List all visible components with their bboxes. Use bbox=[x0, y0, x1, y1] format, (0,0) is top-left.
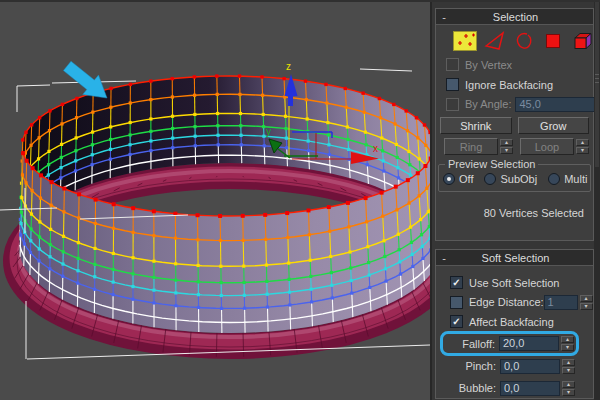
preview-selection-title: Preview Selection bbox=[445, 158, 538, 170]
spinner-down-button[interactable] bbox=[500, 147, 513, 154]
subobject-level-row bbox=[453, 30, 593, 51]
radio-icon bbox=[443, 173, 455, 185]
rollout-selection-title: Selection bbox=[450, 11, 581, 23]
spinner-down-button[interactable] bbox=[562, 389, 575, 396]
ring-mesh[interactable] bbox=[19, 74, 430, 333]
use-soft-selection-row: Use Soft Selection bbox=[450, 276, 593, 289]
by-vertex-checkbox[interactable] bbox=[446, 58, 459, 71]
subobject-border-button[interactable] bbox=[513, 31, 535, 51]
subobject-polygon-button[interactable] bbox=[542, 31, 564, 51]
viewport-3d[interactable]: zyx bbox=[0, 0, 430, 400]
falloff-label: Falloff: bbox=[445, 338, 499, 350]
ignore-backfacing-row: Ignore Backfacing bbox=[446, 78, 593, 91]
window-top-border bbox=[0, 0, 600, 2]
border-icon bbox=[514, 31, 534, 51]
spinner-up-button[interactable] bbox=[562, 381, 575, 388]
edge-distance-spinner bbox=[580, 295, 593, 310]
falloff-spinner bbox=[561, 336, 574, 351]
edge-distance-field[interactable]: 1 bbox=[544, 295, 578, 310]
loop-button[interactable]: Loop bbox=[520, 138, 574, 155]
preview-multi-radio[interactable]: Multi bbox=[548, 173, 587, 185]
3ds-max-window: zyx - Selection bbox=[0, 0, 600, 400]
spinner-down-button[interactable] bbox=[562, 367, 575, 374]
rollout-soft-selection: - Soft Selection Use Soft Selection Edge… bbox=[435, 249, 594, 399]
shrink-grow-row: Shrink Grow bbox=[440, 117, 589, 134]
rollout-selection: - Selection bbox=[435, 8, 594, 241]
spinner-up-button[interactable] bbox=[576, 139, 589, 146]
affect-backfacing-checkbox[interactable] bbox=[450, 315, 463, 328]
use-soft-selection-checkbox[interactable] bbox=[450, 276, 463, 289]
subobject-edge-button[interactable] bbox=[484, 31, 506, 51]
scrollbar-grip-icon bbox=[595, 74, 599, 86]
by-angle-field[interactable]: 45,0 bbox=[515, 97, 600, 112]
annotation-arrow-icon bbox=[63, 61, 107, 98]
y-axis-label: y bbox=[266, 126, 271, 137]
falloff-field[interactable]: 20,0 bbox=[499, 336, 559, 351]
edge-distance-row: Edge Distance: 1 bbox=[450, 295, 591, 309]
bubble-row: Bubble: 0,0 bbox=[436, 381, 575, 395]
bubble-field[interactable]: 0,0 bbox=[500, 381, 560, 396]
spinner-up-button[interactable] bbox=[500, 139, 513, 146]
ignore-backfacing-checkbox[interactable] bbox=[446, 78, 459, 91]
loop-spinner bbox=[576, 139, 589, 154]
pinch-row: Pinch: 0,0 bbox=[436, 359, 575, 373]
rollout-selection-header[interactable]: - Selection bbox=[436, 9, 593, 25]
radio-icon bbox=[548, 173, 560, 185]
spinner-up-button[interactable] bbox=[580, 295, 593, 302]
preview-off-label: Off bbox=[459, 173, 473, 185]
by-angle-label: By Angle: bbox=[465, 98, 511, 110]
bubble-label: Bubble: bbox=[459, 382, 500, 394]
ignore-backfacing-label: Ignore Backfacing bbox=[465, 79, 553, 91]
command-panel: - Selection bbox=[430, 0, 600, 400]
ring-button[interactable]: Ring bbox=[444, 138, 498, 155]
polygon-icon bbox=[544, 32, 562, 50]
edge-distance-checkbox[interactable] bbox=[450, 296, 463, 309]
preview-subobj-radio[interactable]: SubObj bbox=[484, 173, 537, 185]
affect-backfacing-label: Affect Backfacing bbox=[469, 316, 554, 328]
edge-distance-label: Edge Distance: bbox=[469, 296, 544, 308]
bubble-spinner bbox=[562, 381, 575, 396]
panel-scrollbar[interactable] bbox=[594, 0, 600, 400]
element-icon bbox=[571, 31, 593, 51]
ring-spinner bbox=[500, 139, 513, 154]
spinner-down-button[interactable] bbox=[561, 344, 574, 351]
radio-icon bbox=[484, 173, 496, 185]
shrink-button[interactable]: Shrink bbox=[440, 117, 512, 134]
pinch-field[interactable]: 0,0 bbox=[500, 359, 560, 374]
vertices-selected-status: 80 Vertices Selected bbox=[436, 207, 593, 219]
rollout-soft-selection-title: Soft Selection bbox=[450, 252, 581, 264]
pinch-label: Pinch: bbox=[465, 360, 500, 372]
collapse-icon[interactable]: - bbox=[438, 11, 450, 23]
grow-button[interactable]: Grow bbox=[518, 117, 590, 134]
by-vertex-row: By Vertex bbox=[446, 58, 593, 71]
ring-loop-row: Ring Loop bbox=[444, 138, 591, 155]
preview-multi-label: Multi bbox=[564, 173, 587, 185]
affect-backfacing-row: Affect Backfacing bbox=[450, 315, 593, 328]
spinner-up-button[interactable] bbox=[561, 336, 574, 343]
preview-subobj-label: SubObj bbox=[500, 173, 537, 185]
preview-selection-group: Preview Selection Off SubObj Multi bbox=[438, 164, 591, 192]
spinner-down-button[interactable] bbox=[576, 147, 589, 154]
by-vertex-label: By Vertex bbox=[465, 59, 512, 71]
spinner-down-button[interactable] bbox=[580, 303, 593, 310]
x-axis-label: x bbox=[373, 143, 378, 154]
collapse-icon[interactable]: - bbox=[438, 252, 450, 264]
z-axis-label: z bbox=[286, 61, 291, 72]
ring-mesh-scene: zyx bbox=[0, 0, 430, 400]
falloff-highlight: Falloff: 20,0 bbox=[440, 331, 579, 356]
use-soft-selection-label: Use Soft Selection bbox=[469, 277, 560, 289]
by-angle-row: By Angle: 45,0 bbox=[446, 96, 591, 112]
subobject-vertex-button[interactable] bbox=[453, 31, 477, 51]
edge-icon bbox=[484, 31, 506, 51]
rollout-soft-selection-header[interactable]: - Soft Selection bbox=[436, 250, 593, 266]
subobject-element-button[interactable] bbox=[571, 31, 593, 51]
by-angle-checkbox[interactable] bbox=[446, 98, 459, 111]
spinner-up-button[interactable] bbox=[562, 359, 575, 366]
pinch-spinner bbox=[562, 359, 575, 374]
vertex-icon bbox=[454, 32, 476, 50]
preview-off-radio[interactable]: Off bbox=[443, 173, 473, 185]
